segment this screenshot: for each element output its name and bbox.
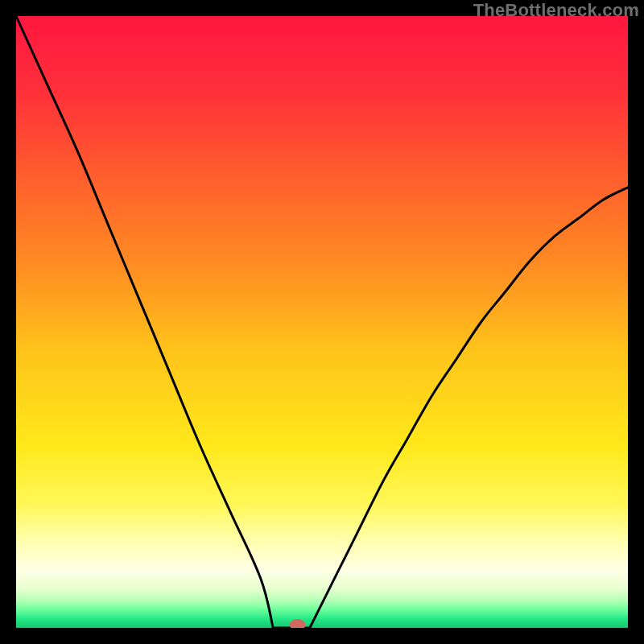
chart-frame xyxy=(16,16,628,628)
bottleneck-chart xyxy=(16,16,628,628)
gradient-background xyxy=(16,16,628,628)
watermark-text: TheBottleneck.com xyxy=(473,0,639,21)
